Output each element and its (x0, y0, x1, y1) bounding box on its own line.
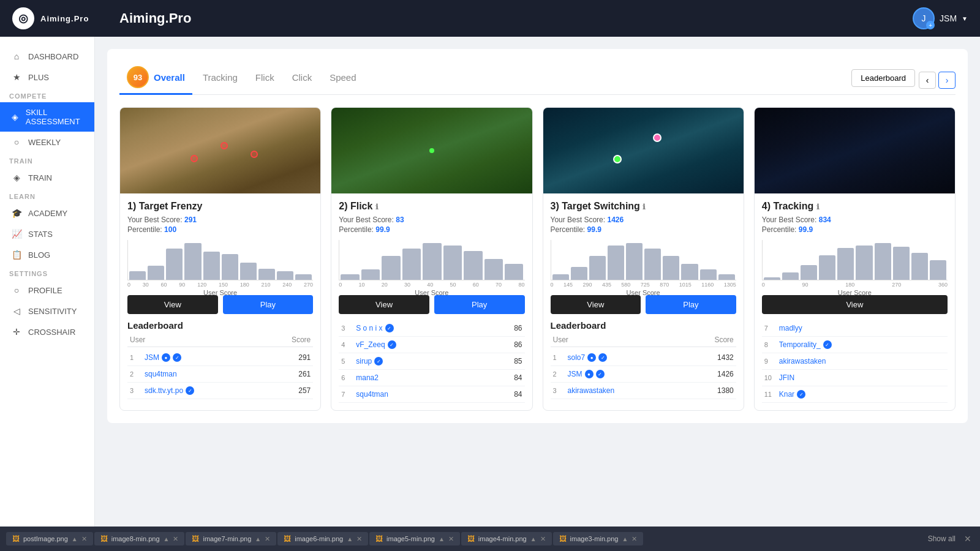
chart-bar (166, 249, 183, 280)
chart-bar (484, 259, 503, 280)
lb-name[interactable]: squ4tman (356, 390, 510, 399)
lb-name[interactable]: sdk.ttv.yt.po ✓ (145, 386, 295, 395)
sidebar-item-label: PROFILE (28, 286, 62, 295)
prev-arrow[interactable]: ‹ (919, 72, 936, 89)
expand-icon[interactable]: ▲ (347, 536, 353, 542)
bottom-file-1[interactable]: 🖼 image8-min.png ▲ ✕ (94, 532, 185, 545)
lb-name[interactable]: madlyy (779, 324, 941, 332)
badge-check: ✓ (596, 370, 605, 378)
expand-icon[interactable]: ▲ (72, 536, 78, 542)
lb-name[interactable]: sirup ✓ (356, 357, 510, 365)
lb-name[interactable]: JSM ●✓ (145, 353, 295, 362)
sidebar-item-weekly[interactable]: ○ WEEKLY (0, 132, 94, 152)
lb-name[interactable]: solo7 ●✓ (568, 353, 714, 362)
sidebar-item-stats[interactable]: 📈 STATS (0, 223, 94, 244)
lb-name[interactable]: squ4tman (145, 370, 295, 378)
next-arrow[interactable]: › (938, 72, 956, 89)
expand-icon[interactable]: ▲ (439, 536, 445, 542)
expand-icon[interactable]: ▲ (622, 536, 628, 542)
lb-name[interactable]: akirawastaken (779, 357, 941, 365)
bottom-file-4[interactable]: 🖼 image5-min.png ▲ ✕ (369, 532, 460, 545)
percentile: Percentile: 99.9 (762, 225, 948, 234)
lb-name[interactable]: JFIN (779, 373, 941, 382)
score-chart: 01020304050607080 User Score (339, 240, 524, 289)
bottom-file-5[interactable]: 🖼 image4-min.png ▲ ✕ (461, 532, 552, 545)
tab-flick[interactable]: Flick (248, 67, 282, 89)
lb-name[interactable]: JSM ●✓ (568, 370, 714, 378)
sidebar-item-plus[interactable]: ★ PLUS (0, 67, 94, 88)
sidebar-item-sensitivity[interactable]: ◁ SENSITIVITY (0, 301, 94, 321)
lb-name[interactable]: Knar ✓ (779, 390, 941, 399)
play-button[interactable]: Play (434, 295, 525, 314)
sidebar-item-blog[interactable]: 📋 BLOG (0, 244, 94, 265)
sidebar-item-label: BLOG (28, 250, 50, 260)
sidebar-item-dashboard[interactable]: ⌂ DASHBOARD (0, 46, 94, 67)
score-chart: 0306090120150180210240270 User Score (127, 240, 313, 289)
bottom-file-6[interactable]: 🖼 image3-min.png ▲ ✕ (553, 532, 644, 545)
lb-rank: 1 (130, 354, 141, 361)
sidebar-item-crosshair[interactable]: ✛ CROSSHAIR (0, 321, 94, 342)
bottom-file-2[interactable]: 🖼 image7-min.png ▲ ✕ (186, 532, 276, 545)
view-button[interactable]: View (762, 295, 948, 314)
close-icon[interactable]: ✕ (265, 535, 270, 543)
close-icon[interactable]: ✕ (356, 535, 362, 543)
tab-click[interactable]: Click (285, 67, 320, 89)
close-icon[interactable]: ✕ (81, 535, 87, 543)
lb-score: 86 (514, 324, 522, 332)
avatar[interactable]: J + (913, 7, 935, 29)
chart-bar (240, 263, 257, 280)
close-icon[interactable]: ✕ (448, 535, 454, 543)
close-icon[interactable]: ✕ (173, 535, 178, 543)
view-button[interactable]: View (127, 295, 218, 314)
lb-name[interactable]: Temporality_ ✓ (779, 340, 941, 349)
target-dot (251, 151, 258, 158)
lb-name[interactable]: S o n i x ✓ (356, 324, 510, 332)
tab-overall[interactable]: 93 Overall (119, 61, 192, 95)
dashboard-icon: ⌂ (11, 51, 22, 61)
user-menu[interactable]: J + JSM ▼ (913, 7, 968, 29)
tab-tracking[interactable]: Tracking (195, 67, 245, 89)
leaderboard-button[interactable]: Leaderboard (851, 69, 915, 87)
play-button[interactable]: Play (646, 295, 736, 314)
lb-rank: 1 (553, 354, 564, 361)
file-name: image7-min.png (203, 535, 251, 542)
sidebar-item-skill-assessment[interactable]: ◈ SKILL ASSESSMENT (0, 102, 94, 132)
sidebar-item-profile[interactable]: ○ PROFILE (0, 280, 94, 301)
table-row: 3 akirawastaken 1380 (551, 383, 736, 399)
lb-rank: 2 (553, 370, 564, 378)
bottom-file-0[interactable]: 🖼 postImage.png ▲ ✕ (6, 532, 93, 545)
lb-score: 86 (514, 340, 522, 349)
sidebar-item-label: SKILL ASSESSMENT (26, 108, 85, 126)
expand-icon[interactable]: ▲ (530, 536, 537, 542)
card-actions: View Play (339, 295, 524, 314)
card-actions: View Play (127, 295, 313, 314)
file-icon: 🖼 (559, 534, 567, 543)
best-score: Your Best Score: 291 (127, 216, 313, 224)
bottom-close-button[interactable]: ✕ (962, 531, 974, 546)
lb-name[interactable]: vF_Zeeq ✓ (356, 340, 510, 349)
chart-bar (718, 274, 735, 280)
crosshair-icon: ✛ (11, 327, 22, 337)
expand-icon[interactable]: ▲ (164, 536, 170, 542)
chart-bars (763, 240, 948, 280)
show-all-button[interactable]: Show all (923, 532, 960, 545)
view-button[interactable]: View (551, 295, 641, 314)
bottom-file-3[interactable]: 🖼 image6-min.png ▲ ✕ (277, 532, 368, 545)
sidebar-item-label: SENSITIVITY (28, 307, 77, 316)
sidebar-item-academy[interactable]: 🎓 ACADEMY (0, 203, 94, 223)
close-icon[interactable]: ✕ (631, 535, 637, 543)
close-icon[interactable]: ✕ (540, 535, 546, 543)
sidebar-item-train[interactable]: ◈ TRAIN (0, 167, 94, 188)
play-button[interactable]: Play (223, 295, 314, 314)
tab-speed[interactable]: Speed (322, 67, 363, 89)
lb-name[interactable]: mana2 (356, 373, 510, 382)
expand-icon[interactable]: ▲ (255, 536, 261, 542)
chart-bar (608, 246, 624, 280)
lb-score: 84 (514, 373, 522, 382)
chart-bar (184, 243, 201, 280)
card-actions: View Play (551, 295, 736, 314)
view-button[interactable]: View (339, 295, 429, 314)
percentile: Percentile: 100 (127, 225, 313, 234)
lb-score: 1426 (717, 370, 734, 378)
lb-name[interactable]: akirawastaken (568, 386, 714, 395)
